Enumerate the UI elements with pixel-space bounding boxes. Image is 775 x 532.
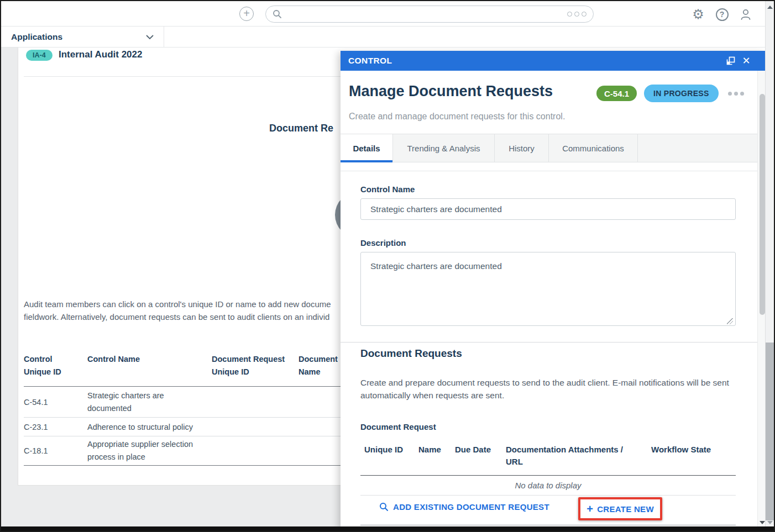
document-requests-desc-line1: Create and prepare document requests to … bbox=[360, 378, 729, 388]
control-name[interactable]: Strategic charters are documented bbox=[87, 389, 164, 415]
tab-trending-analysis[interactable]: Trending & Analysis bbox=[393, 134, 495, 162]
create-new-label: CREATE NEW bbox=[597, 504, 654, 514]
control-name-field[interactable] bbox=[360, 198, 736, 220]
applications-bar: Applications bbox=[1, 27, 774, 48]
gear-icon[interactable]: ⚙ bbox=[691, 7, 705, 22]
app-window: + ⚙ ? Applications IA-4 bbox=[0, 0, 775, 532]
resize-handle-icon[interactable] bbox=[727, 318, 733, 324]
description-field[interactable]: Strategic charters are documented bbox=[360, 252, 736, 326]
applications-label: Applications bbox=[11, 32, 146, 42]
control-id-badge: C-54.1 bbox=[596, 86, 637, 101]
search-more-icon[interactable] bbox=[567, 12, 587, 17]
search-icon bbox=[379, 502, 389, 512]
user-icon[interactable] bbox=[739, 7, 753, 22]
control-name-label: Control Name bbox=[360, 185, 415, 194]
panel-scrollbar-thumb[interactable] bbox=[760, 94, 765, 315]
control-name[interactable]: Appropriate supplier selection process i… bbox=[87, 438, 193, 463]
control-name[interactable]: Adherence to structural policy bbox=[87, 420, 193, 433]
col-unique-id: Unique ID bbox=[364, 444, 403, 456]
col-doc-request-unique-id: Document Request Unique ID bbox=[212, 353, 285, 378]
add-icon[interactable]: + bbox=[239, 7, 254, 21]
col-control-unique-id: Control Unique ID bbox=[24, 353, 61, 378]
create-new-button[interactable]: + CREATE NEW bbox=[587, 504, 654, 514]
document-requests-heading: Document Requests bbox=[360, 347, 462, 360]
col-name: Name bbox=[418, 444, 441, 456]
window-bottom-border bbox=[1, 526, 774, 531]
col-control-name: Control Name bbox=[87, 353, 140, 366]
intro-text-line1: Audit team members can click on a contro… bbox=[24, 299, 331, 309]
control-panel: CONTROL ✕ Manage Document Requests C-54.… bbox=[341, 51, 766, 529]
scroll-down-icon[interactable] bbox=[767, 521, 773, 524]
audit-id-badge: IA-4 bbox=[26, 50, 53, 61]
panel-title: Manage Document Requests bbox=[349, 83, 553, 100]
col-due-date: Due Date bbox=[455, 444, 491, 456]
popout-icon[interactable] bbox=[723, 54, 739, 67]
add-existing-document-request-button[interactable]: ADD EXISTING DOCUMENT REQUEST bbox=[379, 502, 549, 512]
panel-tabs: Details Trending & Analysis History Comm… bbox=[341, 134, 757, 162]
col-doc-request-name: Document Name bbox=[299, 353, 338, 378]
plus-icon: + bbox=[587, 504, 593, 513]
empty-state-text: No data to display bbox=[360, 481, 736, 490]
page-title: Internal Audit 2022 bbox=[59, 49, 142, 60]
document-requests-desc-line2: automatically when requests are sent. bbox=[360, 391, 504, 401]
applications-dropdown[interactable]: Applications bbox=[1, 27, 164, 48]
document-request-table-header: Unique ID Name Due Date Documentation At… bbox=[341, 444, 757, 475]
intro-text-line2: fieldwork. Alternatively, document reque… bbox=[24, 312, 329, 322]
close-icon[interactable]: ✕ bbox=[739, 54, 754, 67]
window-scrollbar[interactable] bbox=[765, 1, 774, 528]
tab-communications[interactable]: Communications bbox=[549, 134, 638, 162]
create-new-highlight: + CREATE NEW bbox=[578, 497, 662, 520]
tab-details[interactable]: Details bbox=[341, 134, 393, 162]
search-icon bbox=[273, 9, 282, 19]
document-request-table-label: Document Request bbox=[360, 422, 436, 431]
search-input[interactable] bbox=[265, 6, 594, 23]
status-badge: IN PROGRESS bbox=[644, 85, 719, 102]
control-id[interactable]: C-23.1 bbox=[24, 420, 48, 433]
col-workflow-state: Workflow State bbox=[651, 444, 711, 456]
panel-header: CONTROL ✕ bbox=[341, 51, 766, 71]
more-options-icon[interactable] bbox=[728, 92, 744, 96]
col-documentation-attachments-url: Documentation Attachments / URL bbox=[506, 444, 625, 468]
add-existing-label: ADD EXISTING DOCUMENT REQUEST bbox=[393, 502, 549, 512]
control-id[interactable]: C-54.1 bbox=[24, 396, 48, 408]
tab-history[interactable]: History bbox=[495, 134, 549, 162]
panel-header-label: CONTROL bbox=[348, 56, 723, 66]
divider bbox=[360, 495, 736, 496]
divider bbox=[360, 475, 736, 476]
description-label: Description bbox=[360, 238, 406, 247]
document-requests-heading-bg: Document Re bbox=[269, 123, 333, 134]
help-icon[interactable]: ? bbox=[715, 7, 729, 22]
divider bbox=[360, 525, 736, 525]
control-id[interactable]: C-18.1 bbox=[24, 445, 48, 457]
divider bbox=[341, 171, 757, 171]
chevron-down-icon bbox=[146, 35, 154, 40]
scroll-up-icon[interactable] bbox=[767, 6, 773, 9]
window-scrollbar-thumb[interactable] bbox=[766, 343, 774, 520]
panel-subtitle: Create and manage document requests for … bbox=[349, 112, 565, 122]
divider bbox=[341, 342, 757, 343]
scroll-down-icon[interactable] bbox=[760, 521, 765, 524]
top-bar: + ⚙ ? bbox=[1, 1, 774, 27]
